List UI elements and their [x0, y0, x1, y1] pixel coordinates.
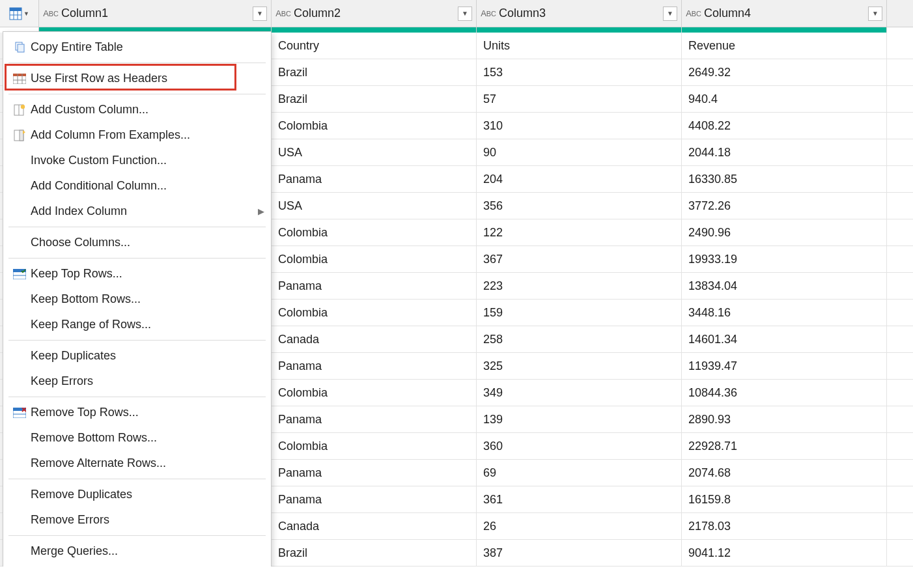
- cell[interactable]: Units: [477, 33, 682, 59]
- cell[interactable]: Panama: [272, 406, 477, 432]
- cell[interactable]: Panama: [272, 273, 477, 299]
- cell[interactable]: 940.4: [682, 86, 887, 112]
- cell[interactable]: 9041.12: [682, 540, 887, 566]
- cell[interactable]: Colombia: [272, 380, 477, 406]
- column-header-4[interactable]: ABC Column4 ▼: [682, 0, 887, 27]
- menu-merge-queries[interactable]: Merge Queries...: [3, 539, 271, 564]
- column-filter-button[interactable]: ▼: [663, 7, 677, 21]
- menu-remove-errors[interactable]: Remove Errors: [3, 507, 271, 533]
- column-filter-button[interactable]: ▼: [458, 7, 472, 21]
- cell[interactable]: 139: [477, 406, 682, 432]
- headers-icon: [8, 74, 31, 84]
- cell[interactable]: 310: [477, 113, 682, 139]
- menu-invoke-custom-function[interactable]: Invoke Custom Function...: [3, 148, 271, 173]
- cell[interactable]: 16159.8: [682, 486, 887, 512]
- cell[interactable]: 2490.96: [682, 219, 887, 245]
- cell[interactable]: 19933.19: [682, 246, 887, 272]
- cell[interactable]: Panama: [272, 460, 477, 486]
- menu-add-index-column[interactable]: Add Index Column ▶: [3, 199, 271, 224]
- menu-add-column-from-examples[interactable]: Add Column From Examples...: [3, 122, 271, 148]
- cell[interactable]: 4408.22: [682, 113, 887, 139]
- menu-append-queries[interactable]: Append Queries...: [3, 564, 271, 567]
- table-corner-button[interactable]: ▼: [0, 0, 39, 27]
- cell[interactable]: 3772.26: [682, 193, 887, 219]
- menu-use-first-row-as-headers[interactable]: Use First Row as Headers: [3, 66, 271, 91]
- column-filter-button[interactable]: ▼: [868, 7, 882, 21]
- cell[interactable]: Colombia: [272, 433, 477, 459]
- cell[interactable]: 2649.32: [682, 59, 887, 85]
- cell[interactable]: 122: [477, 219, 682, 245]
- menu-remove-alternate-rows[interactable]: Remove Alternate Rows...: [3, 451, 271, 476]
- cell[interactable]: 2074.68: [682, 460, 887, 486]
- cell[interactable]: 159: [477, 300, 682, 326]
- menu-remove-bottom-rows[interactable]: Remove Bottom Rows...: [3, 425, 271, 451]
- cell[interactable]: Brazil: [272, 540, 477, 566]
- cell[interactable]: Colombia: [272, 246, 477, 272]
- cell[interactable]: 14601.34: [682, 326, 887, 352]
- cell[interactable]: USA: [272, 139, 477, 165]
- cell[interactable]: Country: [272, 33, 477, 59]
- menu-keep-bottom-rows[interactable]: Keep Bottom Rows...: [3, 287, 271, 312]
- table-icon: [9, 7, 22, 20]
- menu-copy-entire-table[interactable]: Copy Entire Table: [3, 35, 271, 60]
- cell[interactable]: 361: [477, 486, 682, 512]
- cell[interactable]: 16330.85: [682, 166, 887, 192]
- column-header-3[interactable]: ABC Column3 ▼: [477, 0, 682, 27]
- cell[interactable]: Colombia: [272, 113, 477, 139]
- cell[interactable]: 22928.71: [682, 433, 887, 459]
- cell[interactable]: 10844.36: [682, 380, 887, 406]
- cell[interactable]: 2044.18: [682, 139, 887, 165]
- cell[interactable]: 367: [477, 246, 682, 272]
- cell[interactable]: 26: [477, 513, 682, 539]
- svg-rect-1: [10, 8, 21, 11]
- cell[interactable]: Colombia: [272, 300, 477, 326]
- cell[interactable]: 356: [477, 193, 682, 219]
- cell[interactable]: 325: [477, 353, 682, 379]
- cell[interactable]: Colombia: [272, 219, 477, 245]
- cell[interactable]: 2178.03: [682, 513, 887, 539]
- cell[interactable]: 258: [477, 326, 682, 352]
- cell[interactable]: 90: [477, 139, 682, 165]
- cell[interactable]: Panama: [272, 166, 477, 192]
- column-name: Column4: [704, 7, 868, 20]
- menu-add-conditional-column[interactable]: Add Conditional Column...: [3, 173, 271, 199]
- chevron-down-icon: ▼: [872, 10, 878, 17]
- cell[interactable]: 360: [477, 433, 682, 459]
- menu-remove-duplicates[interactable]: Remove Duplicates: [3, 482, 271, 507]
- text-type-icon: ABC: [44, 7, 57, 20]
- menu-keep-top-rows[interactable]: Keep Top Rows...: [3, 261, 271, 287]
- menu-keep-range-of-rows[interactable]: Keep Range of Rows...: [3, 312, 271, 337]
- cell[interactable]: Canada: [272, 326, 477, 352]
- copy-icon: [8, 42, 31, 53]
- cell[interactable]: Panama: [272, 353, 477, 379]
- chevron-down-icon: ▼: [667, 10, 673, 17]
- menu-keep-errors[interactable]: Keep Errors: [3, 369, 271, 394]
- chevron-down-icon: ▼: [257, 10, 263, 17]
- table-context-menu: Copy Entire Table Use First Row as Heade…: [3, 31, 272, 567]
- menu-keep-duplicates[interactable]: Keep Duplicates: [3, 343, 271, 369]
- cell[interactable]: Panama: [272, 486, 477, 512]
- cell[interactable]: 349: [477, 380, 682, 406]
- cell[interactable]: Brazil: [272, 86, 477, 112]
- cell[interactable]: 223: [477, 273, 682, 299]
- column-filter-button[interactable]: ▼: [253, 7, 267, 21]
- cell[interactable]: 387: [477, 540, 682, 566]
- cell[interactable]: Canada: [272, 513, 477, 539]
- cell[interactable]: Brazil: [272, 59, 477, 85]
- cell[interactable]: 204: [477, 166, 682, 192]
- cell[interactable]: 153: [477, 59, 682, 85]
- cell[interactable]: USA: [272, 193, 477, 219]
- column-header-2[interactable]: ABC Column2 ▼: [272, 0, 477, 27]
- menu-add-custom-column[interactable]: Add Custom Column...: [3, 97, 271, 122]
- cell[interactable]: Revenue: [682, 33, 887, 59]
- cell[interactable]: 57: [477, 86, 682, 112]
- column-header-1[interactable]: ABC Column1 ▼: [39, 0, 272, 27]
- cell[interactable]: 13834.04: [682, 273, 887, 299]
- cell[interactable]: 11939.47: [682, 353, 887, 379]
- cell[interactable]: 2890.93: [682, 406, 887, 432]
- menu-choose-columns[interactable]: Choose Columns...: [3, 230, 271, 255]
- menu-remove-top-rows[interactable]: Remove Top Rows...: [3, 400, 271, 425]
- cell[interactable]: 3448.16: [682, 300, 887, 326]
- cell[interactable]: 69: [477, 460, 682, 486]
- column-name: Column2: [294, 7, 458, 20]
